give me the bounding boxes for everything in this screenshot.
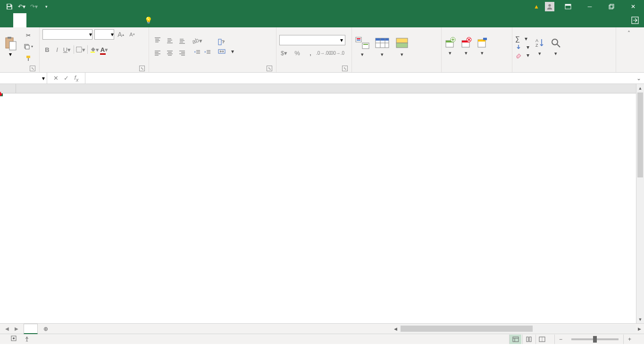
insert-function-button[interactable]: fx (72, 73, 81, 84)
tab-formulas[interactable] (53, 13, 66, 27)
align-top-button[interactable] (152, 35, 163, 46)
clear-button[interactable]: ▾ (515, 52, 529, 59)
tab-wps-pdf[interactable] (119, 13, 132, 27)
borders-button[interactable]: ▾ (76, 44, 85, 55)
horizontal-scroll-thumb[interactable] (401, 326, 533, 332)
format-as-table-button[interactable]: ▾ (375, 36, 390, 57)
percent-format-button[interactable]: % (293, 48, 302, 59)
ribbon-options-icon[interactable] (557, 0, 579, 13)
delete-cells-button[interactable]: ▾ (460, 37, 472, 56)
font-dialog-launcher[interactable]: ⤡ (139, 66, 145, 71)
zoom-slider-thumb[interactable] (593, 336, 597, 343)
number-format-select[interactable]: ▾ (279, 35, 345, 45)
page-layout-view-button[interactable] (522, 335, 535, 344)
scroll-left-button[interactable]: ◀ (392, 325, 400, 333)
user-account[interactable]: ▲ (531, 2, 557, 11)
vertical-scroll-thumb[interactable] (637, 92, 643, 177)
accessibility-status[interactable] (24, 336, 32, 343)
enter-formula-button[interactable]: ✓ (61, 73, 71, 84)
font-size-select[interactable]: ▾ (94, 29, 114, 40)
svg-rect-77 (513, 337, 519, 342)
sheet-nav-next[interactable]: ▶ (12, 326, 21, 331)
align-center-button[interactable] (164, 47, 176, 59)
bold-button[interactable]: B (42, 44, 52, 55)
add-sheet-button[interactable]: ⊕ (41, 326, 51, 332)
alignment-dialog-launcher[interactable]: ⤡ (267, 66, 272, 71)
tell-me-search[interactable]: 💡 (132, 13, 156, 27)
formula-input[interactable] (85, 73, 634, 84)
horizontal-scrollbar[interactable]: ◀ ▶ (400, 325, 636, 333)
scroll-down-button[interactable]: ▼ (636, 315, 644, 323)
qat-customize-icon[interactable]: ▾ (41, 1, 52, 12)
zoom-out-button[interactable]: − (554, 335, 567, 344)
redo-icon[interactable]: ↷▾ (28, 1, 40, 12)
vertical-scrollbar[interactable]: ▲ ▼ (636, 84, 644, 323)
format-painter-button[interactable] (22, 53, 35, 63)
increase-font-button[interactable]: A▴ (116, 29, 125, 40)
fill-color-button[interactable]: ▾ (90, 44, 99, 55)
cell-styles-button[interactable]: ▾ (394, 36, 410, 57)
paste-button[interactable]: ▾ (3, 36, 18, 58)
accounting-format-button[interactable]: $▾ (279, 48, 289, 59)
tab-review[interactable] (79, 13, 92, 27)
macro-record-icon[interactable] (10, 335, 17, 343)
tab-insert[interactable] (26, 13, 40, 27)
insert-cells-button[interactable]: ▾ (444, 37, 456, 56)
normal-view-button[interactable] (509, 335, 521, 344)
cancel-formula-button[interactable]: ✕ (51, 73, 60, 84)
copy-button[interactable]: ▾ (22, 42, 35, 52)
tab-view[interactable] (92, 13, 106, 27)
align-right-button[interactable] (176, 47, 188, 59)
sort-filter-button[interactable]: AZ ▾ (534, 37, 545, 56)
autosum-button[interactable]: ∑▾ (515, 35, 529, 42)
paste-icon (3, 36, 18, 51)
orientation-button[interactable]: ab▾ (192, 36, 202, 46)
find-select-button[interactable]: ▾ (550, 37, 561, 56)
font-color-button[interactable]: A▾ (100, 44, 109, 55)
tab-data[interactable] (66, 13, 79, 27)
save-icon[interactable] (4, 1, 15, 12)
expand-formula-bar-button[interactable]: ⌄ (634, 73, 644, 84)
collapse-ribbon-button[interactable]: ˄ (616, 27, 635, 72)
decrease-font-button[interactable]: A▾ (127, 29, 137, 40)
select-all-corner[interactable] (0, 84, 16, 93)
tab-help[interactable] (106, 13, 119, 27)
decrease-indent-button[interactable] (192, 47, 202, 58)
increase-decimal-button[interactable]: .0→.00 (319, 48, 328, 59)
wrap-text-button[interactable] (218, 38, 234, 46)
number-dialog-launcher[interactable]: ⤡ (342, 66, 348, 71)
close-button[interactable]: ✕ (622, 0, 644, 13)
tab-file[interactable] (0, 13, 13, 27)
name-box[interactable]: ▾ (0, 73, 47, 84)
undo-icon[interactable]: ↶▾ (16, 1, 27, 12)
sheet-nav-prev[interactable]: ◀ (3, 326, 11, 331)
scroll-right-button[interactable]: ▶ (636, 325, 644, 333)
align-bottom-button[interactable] (176, 35, 188, 46)
comma-format-button[interactable]: , (306, 48, 315, 59)
decrease-decimal-button[interactable]: .00→.0 (332, 48, 342, 59)
clipboard-dialog-launcher[interactable]: ⤡ (30, 66, 35, 71)
font-name-select[interactable]: ▾ (42, 29, 92, 40)
minimize-button[interactable]: ─ (579, 0, 601, 13)
tab-home[interactable] (13, 13, 26, 27)
zoom-in-button[interactable]: + (623, 335, 636, 344)
group-editing: ∑▾ ▾ ▾ AZ ▾ ▾ (512, 27, 616, 72)
page-break-view-button[interactable] (535, 335, 548, 344)
format-cells-button[interactable]: ▾ (477, 37, 488, 56)
svg-rect-16 (91, 52, 95, 53)
scroll-up-button[interactable]: ▲ (636, 84, 644, 92)
share-button[interactable] (631, 13, 644, 27)
merge-center-button[interactable]: ▾ (218, 48, 234, 55)
maximize-button[interactable] (601, 0, 622, 13)
cut-button[interactable]: ✂ (22, 30, 35, 41)
align-left-button[interactable] (152, 47, 163, 59)
italic-button[interactable]: I (52, 44, 62, 55)
increase-indent-button[interactable] (203, 47, 212, 58)
zoom-slider[interactable] (571, 338, 619, 340)
fill-button[interactable]: ▾ (515, 44, 529, 50)
underline-button[interactable]: U▾ (62, 44, 72, 55)
sheet-tab-sheet1[interactable] (24, 324, 38, 334)
align-middle-button[interactable] (164, 35, 176, 46)
tab-page-layout[interactable] (40, 13, 53, 27)
conditional-formatting-button[interactable]: ▾ (355, 36, 370, 57)
